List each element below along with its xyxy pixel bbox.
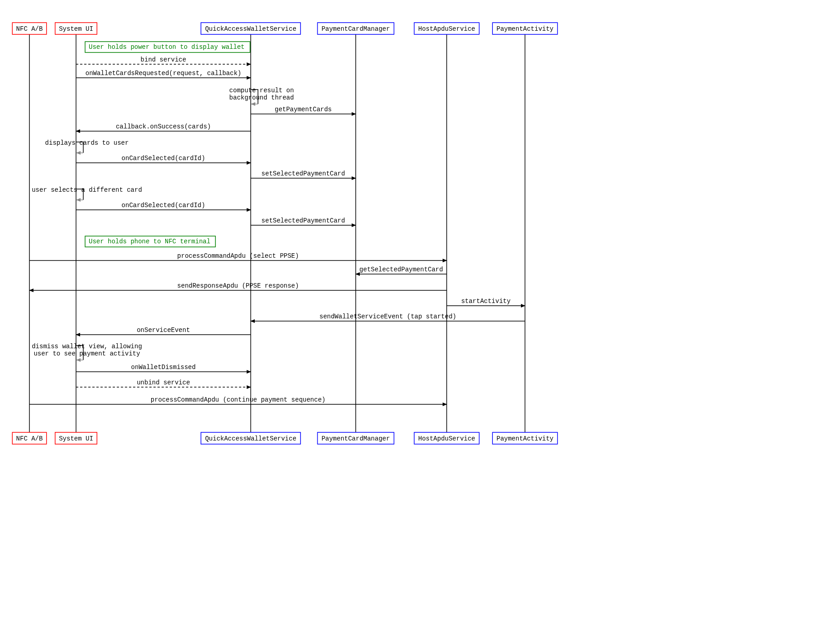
- participant-label-has: HostApduService: [418, 25, 475, 33]
- msg-text-7: onCardSelected(cardId): [122, 155, 205, 162]
- msg-text-10: onCardSelected(cardId): [122, 202, 205, 209]
- msg-text-16: startActivity: [461, 298, 511, 305]
- participant-label-pa: PaymentActivity: [496, 435, 553, 442]
- self-msg-text-19-1: user to see payment activity: [33, 350, 140, 357]
- msg-text-21: unbind service: [137, 379, 190, 386]
- participant-label-pa: PaymentActivity: [496, 25, 553, 33]
- note-text-0: User holds power button to display walle…: [89, 43, 244, 51]
- self-msg-text-3-0: compute result on: [229, 87, 294, 94]
- note-text-12: User holds phone to NFC terminal: [89, 238, 210, 245]
- participant-label-has: HostApduService: [418, 435, 475, 442]
- participant-label-pcm: PaymentCardManager: [321, 25, 390, 33]
- self-msg-text-3-1: background thread: [229, 94, 294, 101]
- sequence-diagram: NFC A/BSystem UIQuickAccessWalletService…: [9, 9, 566, 452]
- participant-label-qaws: QuickAccessWalletService: [205, 435, 296, 442]
- participant-label-sysui: System UI: [59, 435, 93, 442]
- participant-label-pcm: PaymentCardManager: [321, 435, 390, 442]
- msg-text-20: onWalletDismissed: [131, 364, 196, 371]
- self-msg-text-6-0: displays cards to user: [45, 139, 129, 147]
- msg-text-4: getPaymentCards: [275, 106, 332, 113]
- msg-text-18: onServiceEvent: [137, 327, 190, 334]
- participant-label-qaws: QuickAccessWalletService: [205, 25, 296, 33]
- msg-text-2: onWalletCardsRequested(request, callback…: [86, 70, 241, 77]
- msg-text-22: processCommandApdu (continue payment seq…: [151, 396, 325, 403]
- participant-label-sysui: System UI: [59, 25, 93, 33]
- participant-label-nfc: NFC A/B: [16, 435, 43, 442]
- self-msg-text-9-0: user selects a different card: [32, 186, 142, 194]
- msg-text-14: getSelectedPaymentCard: [359, 266, 443, 273]
- self-msg-text-19-0: dismiss wallet view, allowing: [32, 343, 142, 350]
- msg-text-5: callback.onSuccess(cards): [116, 123, 211, 130]
- msg-text-17: sendWalletServiceEvent (tap started): [320, 313, 456, 320]
- msg-text-15: sendResponseApdu (PPSE response): [177, 282, 299, 289]
- participant-label-nfc: NFC A/B: [16, 25, 43, 33]
- msg-text-13: processCommandApdu (select PPSE): [177, 252, 299, 260]
- msg-text-8: setSelectedPaymentCard: [262, 170, 345, 177]
- msg-text-11: setSelectedPaymentCard: [262, 217, 345, 224]
- msg-text-1: bind service: [141, 56, 186, 63]
